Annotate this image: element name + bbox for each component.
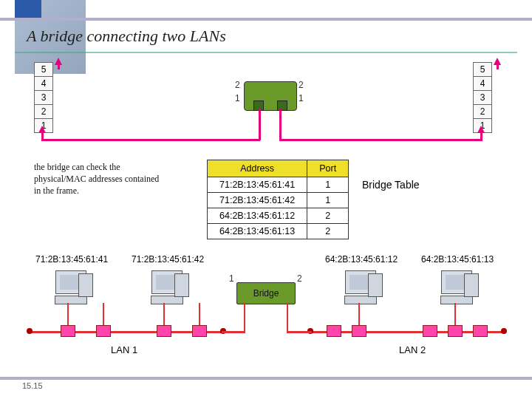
port-label: 2	[299, 80, 304, 90]
arrow-up-icon	[55, 58, 62, 65]
bottom-divider	[0, 377, 532, 380]
bridge-table: AddressPort 71:2B:13:45:61:411 71:2B:13:…	[207, 160, 349, 239]
port-label: 2	[235, 80, 240, 90]
table-row: 71:2B:13:45:61:411	[208, 177, 349, 193]
mac-address: 64:2B:13:45:61:12	[325, 254, 398, 265]
slide-title: A bridge connecting two LANs	[27, 27, 226, 46]
table-header: Address	[208, 160, 307, 177]
bridge-table-label: Bridge Table	[362, 179, 420, 191]
drop-cable	[287, 303, 288, 332]
mac-address: 71:2B:13:45:61:42	[132, 254, 204, 265]
port-label: 1	[235, 93, 240, 103]
table-row: 71:2B:13:45:61:421	[208, 193, 349, 208]
drop-cable	[163, 303, 165, 325]
top-divider	[0, 18, 532, 21]
cable	[279, 109, 282, 140]
drop-cable	[222, 331, 245, 333]
port-label: 1	[299, 93, 304, 103]
cable	[41, 139, 260, 141]
table-header: Port	[307, 160, 349, 177]
lan-label: LAN 2	[399, 344, 426, 355]
table-row: 64:2B:13:45:61:132	[208, 224, 349, 239]
table-row: 64:2B:13:45:61:122	[208, 208, 349, 224]
arrow-up-icon	[477, 126, 485, 133]
logo-accent	[15, 0, 41, 19]
drop-cable	[454, 303, 456, 325]
osi-layer: 3	[473, 90, 492, 104]
drop-cable	[103, 303, 104, 325]
bridge-device-top	[244, 81, 297, 111]
mac-address: 71:2B:13:45:61:41	[35, 254, 108, 265]
bus-node	[448, 325, 463, 337]
computer-icon	[148, 270, 186, 304]
mac-address: 64:2B:13:45:61:13	[421, 254, 494, 265]
bus-node	[96, 325, 111, 337]
terminator-icon	[27, 328, 33, 334]
osi-stack-right: 5 4 3 2 1	[473, 62, 492, 133]
osi-layer: 5	[34, 62, 53, 76]
arrow-up-icon	[38, 126, 46, 133]
osi-layer: 2	[473, 104, 492, 118]
drop-cable	[244, 303, 245, 332]
port-label: 2	[297, 273, 302, 284]
drop-cable	[358, 303, 360, 325]
computer-icon	[437, 270, 476, 304]
bus-node	[473, 325, 488, 337]
bus-node	[423, 325, 437, 337]
osi-layer: 2	[34, 104, 53, 118]
bus-node	[327, 325, 341, 337]
arrow-up-icon	[494, 58, 501, 65]
osi-layer: 5	[473, 62, 492, 76]
lan-label: LAN 1	[111, 344, 137, 355]
explanatory-note: the bridge can check the physical/MAC ad…	[34, 161, 160, 197]
title-underline	[15, 52, 517, 53]
osi-layer: 4	[473, 76, 492, 90]
osi-layer: 4	[34, 76, 53, 90]
bus-node	[157, 325, 171, 337]
osi-layer: 3	[34, 90, 53, 104]
cable	[259, 109, 261, 140]
bus-node	[61, 325, 75, 337]
page-number: 15.15	[22, 381, 43, 390]
computer-icon	[341, 270, 380, 304]
osi-stack-left: 5 4 3 2 1	[34, 62, 53, 133]
cable	[279, 139, 482, 141]
drop-cable	[199, 303, 200, 325]
port-label: 1	[229, 273, 234, 284]
computer-icon	[52, 270, 90, 304]
bridge-device-bottom: Bridge	[236, 282, 296, 304]
bus-node	[192, 325, 207, 337]
drop-cable	[287, 331, 312, 333]
terminator-icon	[501, 328, 507, 334]
bus-node	[352, 325, 366, 337]
drop-cable	[67, 303, 69, 325]
